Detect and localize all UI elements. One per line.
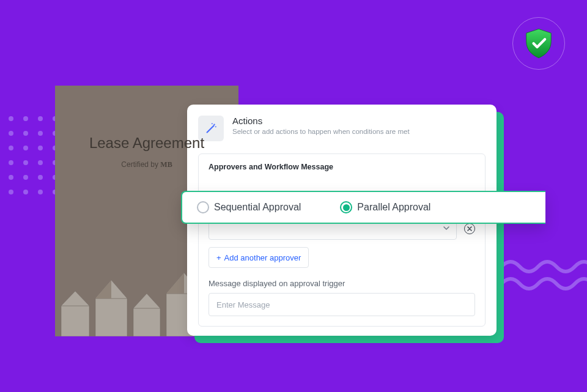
svg-marker-1 <box>61 291 89 306</box>
card-heading: Actions <box>232 116 410 126</box>
card-subheading: Select or add actions to happen when con… <box>232 128 410 135</box>
add-approver-label: Add another approver <box>224 253 301 262</box>
decorative-waves <box>501 256 587 298</box>
approval-type-bar: Sequential Approval Parallel Approval <box>181 191 545 224</box>
chevron-down-icon <box>443 223 450 234</box>
svg-rect-4 <box>133 308 160 336</box>
radio-icon <box>340 201 352 213</box>
svg-marker-11 <box>166 273 184 294</box>
document-certified: Certified by MB <box>55 160 238 169</box>
document-title: Lease Agreement <box>55 135 238 152</box>
svg-point-12 <box>213 124 215 125</box>
svg-marker-5 <box>133 294 160 308</box>
shield-check-icon <box>522 27 555 60</box>
svg-point-13 <box>215 126 216 127</box>
radio-sequential[interactable]: Sequential Approval <box>197 201 301 213</box>
svg-rect-2 <box>95 298 127 336</box>
radio-parallel-label: Parallel Approval <box>357 202 430 213</box>
panel-title: Approvers and Workflow Message <box>209 154 475 177</box>
svg-marker-3 <box>95 280 127 298</box>
remove-approver-button[interactable] <box>464 223 475 234</box>
svg-point-14 <box>212 123 213 124</box>
certified-logo: MB <box>160 160 172 169</box>
plus-icon: + <box>216 253 221 262</box>
approvers-panel: Approvers and Workflow Message + Add ano… <box>198 153 485 327</box>
svg-rect-0 <box>61 306 89 336</box>
message-input[interactable] <box>209 293 475 316</box>
add-approver-button[interactable]: + Add another approver <box>209 247 309 268</box>
radio-icon <box>197 201 209 213</box>
security-badge <box>512 17 565 70</box>
radio-parallel[interactable]: Parallel Approval <box>340 201 430 213</box>
certified-prefix: Certified by <box>121 160 160 169</box>
message-label: Message displayed on approval trigger <box>209 279 475 288</box>
radio-sequential-label: Sequential Approval <box>214 202 301 213</box>
svg-marker-10 <box>95 280 111 298</box>
close-icon <box>467 226 473 232</box>
